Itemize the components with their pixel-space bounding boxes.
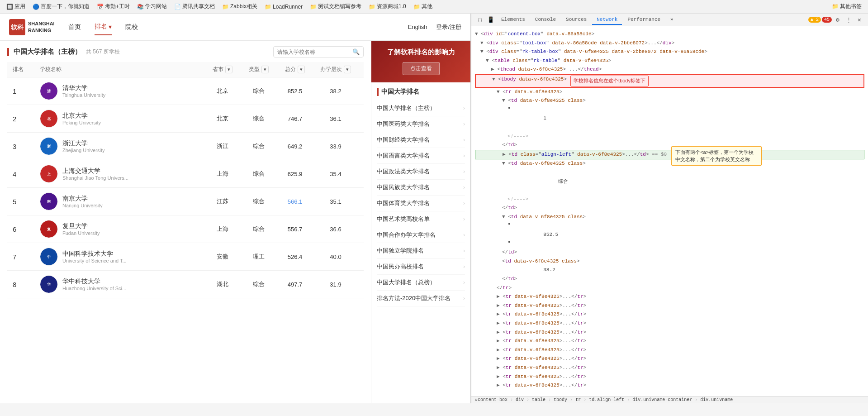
sidebar-item-6[interactable]: 中国体育类大学排名› xyxy=(377,196,465,211)
tree-line[interactable]: </td> xyxy=(475,141,864,150)
tree-line[interactable]: ▶ <tr data-v-6f8e4325>...</tr> xyxy=(475,346,864,355)
school-name-cn[interactable]: 中国科学技术大学 xyxy=(62,250,127,258)
sidebar-item-5[interactable]: 中国民族类大学排名› xyxy=(377,180,465,196)
sidebar-item-3[interactable]: 中国语言类大学排名› xyxy=(377,148,465,164)
devtools-settings-icon[interactable]: ⚙ xyxy=(833,15,843,25)
status-breadcrumb-item[interactable]: div xyxy=(516,397,524,402)
tree-line[interactable]: </tr> xyxy=(475,284,864,293)
search-input[interactable] xyxy=(277,49,350,55)
tree-line[interactable]: " xyxy=(475,221,864,230)
devtools-close-icon[interactable]: ✕ xyxy=(854,15,864,25)
site-logo[interactable]: 软科 SHANGHAIRANKING xyxy=(9,19,55,35)
tree-line[interactable]: ▶ <tr data-v-6f8e4325>...</tr> xyxy=(475,319,864,328)
table-row[interactable]: 5 南 南京大学 Nanjing University 江苏 综合 566.1 … xyxy=(7,188,364,215)
bookmark-more[interactable]: 📁 其他书签 xyxy=(829,2,864,11)
tree-line[interactable]: ▼ <tr data-v-6f8e4325> xyxy=(475,88,864,97)
tree-line[interactable]: ▶ <tr data-v-6f8e4325>...</tr> xyxy=(475,363,864,373)
tree-line[interactable]: <!----> xyxy=(475,195,864,204)
tree-line[interactable]: ▶ <tr data-v-6f8e4325>...</tr> xyxy=(475,337,864,346)
bookmark-resource[interactable]: 📁 资源商城1.0 xyxy=(366,2,409,11)
tab-sources[interactable]: Sources xyxy=(561,15,591,25)
lang-switch[interactable]: English xyxy=(408,24,427,30)
tree-line[interactable]: ▼ <tbody data-v-6f8e4325>学校排名信息在这个tbody标… xyxy=(475,74,864,88)
status-breadcrumb-item[interactable]: #content-box xyxy=(475,397,508,402)
devtools-more-icon[interactable]: ⋮ xyxy=(844,15,854,25)
nav-home[interactable]: 首页 xyxy=(68,19,81,35)
sidebar-ad[interactable]: 了解软科排名的影响力 点击查看 xyxy=(371,41,470,82)
tree-line[interactable]: </td> xyxy=(475,204,864,213)
login-button[interactable]: 登录/注册 xyxy=(436,23,461,31)
tree-line[interactable]: ▼ <td data-v-6f8e4325 class> xyxy=(475,213,864,222)
tree-line[interactable]: " xyxy=(475,239,864,249)
bookmark-tencent[interactable]: 📄 腾讯共享文档 xyxy=(171,2,218,11)
tree-line[interactable]: ▶ <tr data-v-6f8e4325>...</tr> xyxy=(475,301,864,311)
school-name-cn[interactable]: 南京大学 xyxy=(62,195,103,203)
school-name-cn[interactable]: 上海交通大学 xyxy=(62,167,128,175)
table-row[interactable]: 1 清 清华大学 Tsinghua University 北京 综合 852.5… xyxy=(7,77,364,105)
status-breadcrumb-item[interactable]: div.univname-container xyxy=(632,397,692,402)
bookmark-loadrunner[interactable]: 📁 LoadRunner xyxy=(262,3,305,11)
status-breadcrumb-item[interactable]: div.univname xyxy=(700,397,733,402)
sidebar-item-1[interactable]: 中国医药类大学排名› xyxy=(377,116,465,132)
sidebar-item-0[interactable]: 中国大学排名（主榜）› xyxy=(377,100,465,116)
tree-line[interactable]: ▶ <tr data-v-6f8e4325>...</tr> xyxy=(475,310,864,319)
tree-line[interactable]: ▼ <div class="tool-box" data-v-86a58cde … xyxy=(475,39,864,48)
status-breadcrumb-item[interactable]: tr xyxy=(575,397,581,402)
bookmark-kaoqin[interactable]: 📅 考勤+工时 xyxy=(94,2,133,11)
sidebar-item-7[interactable]: 中国艺术类高校名单› xyxy=(377,211,465,227)
tree-line[interactable]: <td data-v-6f8e4325 class> xyxy=(475,257,864,266)
table-row[interactable]: 6 复 复旦大学 Fudan University 上海 综合 556.7 36… xyxy=(7,215,364,243)
bookmark-test[interactable]: 📁 测试文档编写参考 xyxy=(307,2,364,11)
nav-university[interactable]: 院校 xyxy=(125,19,138,35)
tree-line[interactable] xyxy=(475,168,864,177)
tree-line[interactable]: ▼ <table class="rk-table" data-v-6f8e432… xyxy=(475,57,864,66)
tree-line[interactable]: 综合 xyxy=(475,177,864,186)
tree-line[interactable]: </td> xyxy=(475,275,864,284)
table-row[interactable]: 8 华 华中科技大学 Huazhong University of Sci...… xyxy=(7,271,364,298)
sidebar-item-4[interactable]: 中国政法类大学排名› xyxy=(377,164,465,180)
tree-line[interactable] xyxy=(475,186,864,195)
table-row[interactable]: 2 北 北京大学 Peking University 北京 综合 746.7 3… xyxy=(7,105,364,133)
table-row[interactable]: 7 中 中国科学技术大学 University of Science and T… xyxy=(7,243,364,271)
school-name-cn[interactable]: 北京大学 xyxy=(62,112,101,120)
tree-line[interactable]: ▶ <tr data-v-6f8e4325>...</tr> xyxy=(475,328,864,337)
tab-performance[interactable]: Performance xyxy=(623,15,665,25)
school-name-cn[interactable]: 浙江大学 xyxy=(62,139,105,148)
school-name-cn[interactable]: 清华大学 xyxy=(62,84,105,92)
tree-line[interactable]: " xyxy=(475,105,864,115)
tree-line[interactable]: <!----> xyxy=(475,132,864,141)
tree-line[interactable]: ▼ <div class="rk-table-box" data-v-6f8e4… xyxy=(475,48,864,57)
status-breadcrumb-item[interactable]: tbody xyxy=(554,397,567,402)
table-row[interactable]: 4 上 上海交通大学 Shanghai Jiao Tong Univers...… xyxy=(7,160,364,188)
tree-line[interactable]: ▼ <div id="content-box" data-v-86a58cde> xyxy=(475,30,864,39)
devtools-inspect-icon[interactable]: ⬚ xyxy=(475,15,485,25)
bookmark-zabbix[interactable]: 📁 Zabbix相关 xyxy=(219,2,260,11)
school-name-cn[interactable]: 复旦大学 xyxy=(62,222,100,230)
tree-line[interactable]: </td> xyxy=(475,248,864,257)
sidebar-item-2[interactable]: 中国财经类大学排名› xyxy=(377,132,465,148)
tree-line[interactable]: ▶ <td class="align-left" data-v-6f8e4325… xyxy=(475,150,864,160)
ad-button[interactable]: 点击查看 xyxy=(403,62,440,75)
tree-line[interactable]: 852.5 xyxy=(475,230,864,239)
sidebar-item-8[interactable]: 中国合作办学大学排名› xyxy=(377,227,465,243)
tree-line[interactable]: ▶ <tr data-v-6f8e4325>...</tr> xyxy=(475,373,864,382)
search-box[interactable]: 🔍 xyxy=(273,46,364,57)
school-name-cn[interactable]: 华中科技大学 xyxy=(62,277,126,286)
sidebar-item-10[interactable]: 中国民办高校排名› xyxy=(377,259,465,275)
nav-ranking[interactable]: 排名 ▾ xyxy=(95,19,112,35)
sidebar-item-11[interactable]: 中国大学排名（总榜）› xyxy=(377,275,465,291)
tab-elements[interactable]: Elements xyxy=(497,15,530,25)
tree-line[interactable] xyxy=(475,123,864,132)
tree-line[interactable]: ▶ <thead data-v-6f8e4325> ...</thead> xyxy=(475,65,864,74)
sidebar-item-9[interactable]: 中国独立学院排名› xyxy=(377,243,465,259)
devtools-device-icon[interactable]: 📱 xyxy=(486,15,496,25)
bookmark-study[interactable]: 📚 学习网站 xyxy=(134,2,170,11)
tree-line[interactable]: 1 xyxy=(475,114,864,123)
level-filter[interactable]: ▾ xyxy=(344,66,351,73)
tree-line[interactable]: ▶ <tr data-v-6f8e4325>...</tr> xyxy=(475,292,864,301)
tab-console[interactable]: Console xyxy=(531,15,560,25)
bookmark-apps[interactable]: 🔲 应用 xyxy=(4,2,28,11)
sidebar-item-12[interactable]: 排名方法-2020中国大学排名› xyxy=(377,291,465,306)
tab-network[interactable]: Network xyxy=(592,15,622,25)
status-breadcrumb-item[interactable]: td.align-left xyxy=(589,397,624,402)
